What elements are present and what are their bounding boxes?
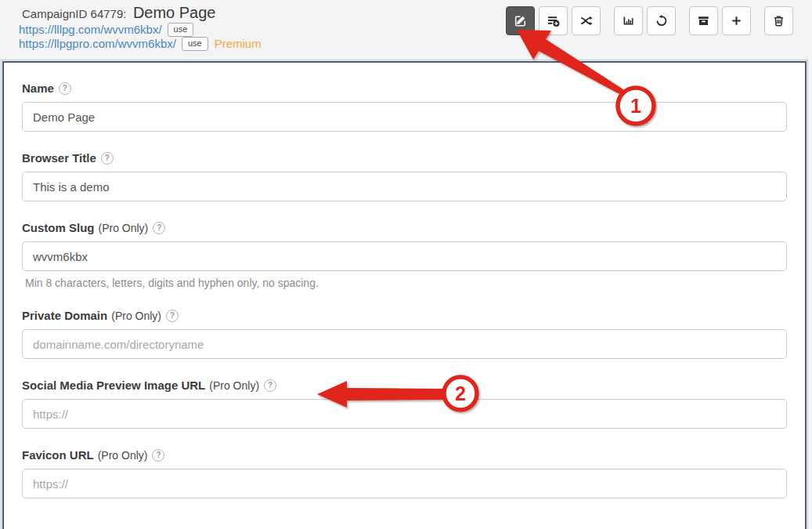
social-preview-input[interactable] bbox=[22, 399, 787, 429]
browser-title-input[interactable] bbox=[22, 172, 787, 201]
help-icon[interactable]: ? bbox=[59, 82, 71, 95]
name-field-group: Name ? bbox=[22, 82, 787, 132]
field-label-text: Browser Title bbox=[22, 151, 96, 165]
custom-slug-input[interactable] bbox=[22, 241, 787, 271]
name-label: Name ? bbox=[22, 82, 787, 95]
pro-only-tag: (Pro Only) bbox=[111, 310, 161, 322]
pro-only-tag: (Pro Only) bbox=[99, 222, 149, 234]
name-input[interactable] bbox=[22, 102, 787, 132]
field-label-text: Private Domain bbox=[22, 309, 107, 322]
page-header: CampaignID 64779: Demo Page https://lllp… bbox=[0, 0, 812, 61]
trash-icon bbox=[772, 14, 785, 27]
help-icon[interactable]: ? bbox=[166, 310, 179, 322]
delete-button[interactable] bbox=[764, 6, 793, 35]
plus-icon bbox=[730, 14, 743, 27]
pro-only-tag: (Pro Only) bbox=[98, 449, 148, 462]
premium-label: Premium bbox=[215, 37, 262, 50]
add-page-button[interactable] bbox=[722, 6, 751, 35]
campaign-toolbar bbox=[506, 6, 793, 35]
social-preview-field-group: Social Media Preview Image URL (Pro Only… bbox=[22, 379, 787, 429]
private-domain-label: Private Domain (Pro Only) ? bbox=[22, 309, 787, 322]
archive-icon bbox=[697, 14, 710, 27]
campaign-form-panel: Name ? Browser Title ? Custom Slug (Pro … bbox=[2, 61, 807, 529]
field-label-text: Social Media Preview Image URL bbox=[22, 379, 205, 392]
social-preview-label: Social Media Preview Image URL (Pro Only… bbox=[22, 379, 787, 392]
undo-button[interactable] bbox=[647, 6, 676, 35]
undo-icon bbox=[655, 14, 668, 27]
private-domain-field-group: Private Domain (Pro Only) ? bbox=[22, 309, 787, 359]
stats-button[interactable] bbox=[614, 6, 643, 35]
campaign-pro-url-link[interactable]: https://llpgpro.com/wvvm6kbx/ bbox=[19, 37, 176, 50]
help-icon[interactable]: ? bbox=[153, 222, 165, 234]
favicon-url-input[interactable] bbox=[22, 469, 787, 498]
private-domain-input[interactable] bbox=[22, 329, 787, 359]
edit-button[interactable] bbox=[506, 6, 535, 35]
favicon-url-field-group: Favicon URL (Pro Only) ? bbox=[22, 448, 787, 498]
favicon-url-label: Favicon URL (Pro Only) ? bbox=[22, 448, 787, 462]
add-to-list-icon bbox=[547, 14, 560, 27]
campaign-pro-url-row: https://llpgpro.com/wvvm6kbx/ use Premiu… bbox=[19, 36, 262, 51]
custom-slug-field-group: Custom Slug (Pro Only) ? Min 8 character… bbox=[22, 221, 787, 289]
edit-icon bbox=[514, 14, 527, 27]
slug-helper-text: Min 8 characters, letters, digits and hy… bbox=[22, 277, 787, 289]
field-label-text: Favicon URL bbox=[22, 448, 94, 462]
help-icon[interactable]: ? bbox=[264, 379, 276, 392]
custom-slug-label: Custom Slug (Pro Only) ? bbox=[22, 221, 787, 234]
campaign-heading: CampaignID 64779: Demo Page bbox=[22, 4, 216, 22]
campaign-id-label: CampaignID 64779: bbox=[22, 7, 126, 20]
campaign-url-row: https://lllpg.com/wvvm6kbx/ use bbox=[19, 22, 193, 37]
shuffle-button[interactable] bbox=[572, 6, 601, 35]
shuffle-icon bbox=[579, 14, 593, 27]
help-icon[interactable]: ? bbox=[101, 152, 114, 165]
browser-title-field-group: Browser Title ? bbox=[22, 151, 787, 201]
campaign-title: Demo Page bbox=[133, 4, 216, 21]
help-icon[interactable]: ? bbox=[152, 449, 164, 462]
add-to-list-button[interactable] bbox=[539, 6, 568, 35]
pro-only-tag: (Pro Only) bbox=[209, 379, 259, 392]
browser-title-label: Browser Title ? bbox=[22, 151, 787, 165]
archive-button[interactable] bbox=[689, 6, 718, 35]
field-label-text: Custom Slug bbox=[22, 221, 95, 234]
bar-chart-icon bbox=[622, 14, 635, 27]
use-pro-url-button[interactable]: use bbox=[182, 37, 208, 51]
field-label-text: Name bbox=[22, 82, 54, 95]
use-url-button[interactable]: use bbox=[168, 23, 194, 37]
campaign-url-link[interactable]: https://lllpg.com/wvvm6kbx/ bbox=[19, 23, 162, 36]
